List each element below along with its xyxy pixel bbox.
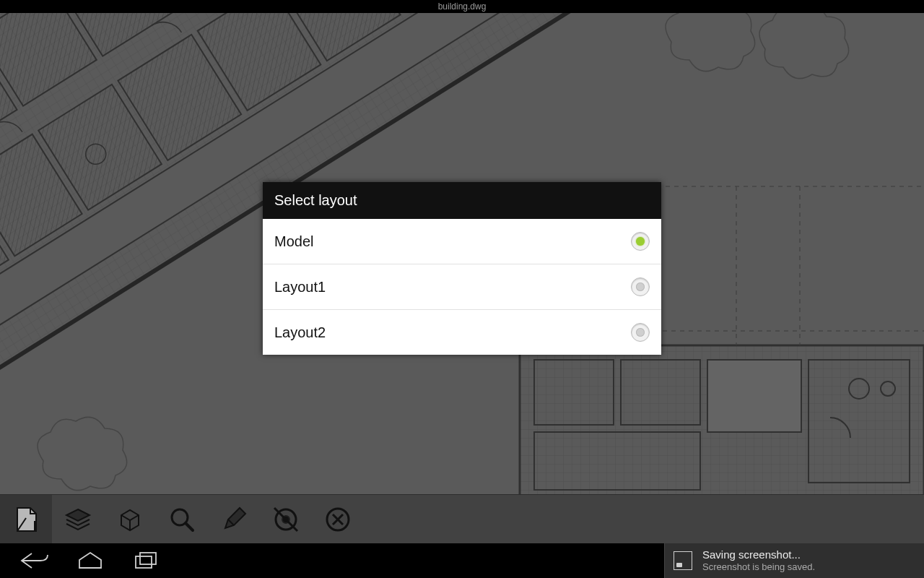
layout-option-layout2[interactable]: Layout2 bbox=[263, 310, 661, 355]
tool-layers[interactable] bbox=[52, 495, 104, 544]
back-button[interactable] bbox=[19, 546, 49, 575]
new-sheet-icon bbox=[12, 505, 40, 534]
toast-subtitle: Screenshot is being saved. bbox=[702, 561, 815, 573]
home-icon bbox=[75, 551, 105, 571]
layout-option-label: Layout1 bbox=[274, 279, 326, 296]
tool-zoom[interactable] bbox=[156, 495, 208, 544]
screenshot-toast[interactable]: Saving screenshot... Screenshot is being… bbox=[664, 543, 924, 578]
tool-draw[interactable] bbox=[208, 495, 260, 544]
recent-icon bbox=[131, 551, 162, 571]
radio-icon bbox=[631, 323, 650, 342]
layers-icon bbox=[64, 505, 92, 534]
tool-3d-view[interactable] bbox=[104, 495, 156, 544]
toolbar bbox=[0, 494, 924, 543]
layout-option-label: Layout2 bbox=[274, 324, 326, 341]
titlebar: building.dwg bbox=[0, 0, 924, 13]
radio-icon bbox=[631, 277, 650, 296]
pencil-icon bbox=[219, 505, 248, 534]
back-icon bbox=[19, 551, 49, 571]
zoom-icon bbox=[167, 505, 196, 534]
layout-option-label: Model bbox=[274, 233, 313, 250]
tool-cancel[interactable] bbox=[312, 495, 364, 544]
layout-option-layout1[interactable]: Layout1 bbox=[263, 264, 661, 310]
target-icon bbox=[271, 505, 300, 534]
tool-snap[interactable] bbox=[260, 495, 312, 544]
close-icon bbox=[323, 505, 352, 534]
layout-option-model[interactable]: Model bbox=[263, 219, 661, 264]
svg-rect-42 bbox=[140, 553, 156, 564]
dialog-title: Select layout bbox=[263, 182, 661, 219]
radio-icon bbox=[631, 232, 650, 251]
home-button[interactable] bbox=[75, 546, 105, 575]
toast-title: Saving screenshot... bbox=[702, 548, 815, 561]
select-layout-dialog: Select layout Model Layout1 Layout2 bbox=[263, 182, 661, 355]
tool-new-sheet[interactable] bbox=[0, 495, 52, 544]
recent-button[interactable] bbox=[131, 546, 162, 575]
cube-icon bbox=[116, 505, 144, 534]
image-icon bbox=[674, 551, 692, 570]
toast-text: Saving screenshot... Screenshot is being… bbox=[702, 548, 815, 573]
svg-rect-41 bbox=[136, 556, 152, 568]
filename-label: building.dwg bbox=[438, 1, 487, 12]
